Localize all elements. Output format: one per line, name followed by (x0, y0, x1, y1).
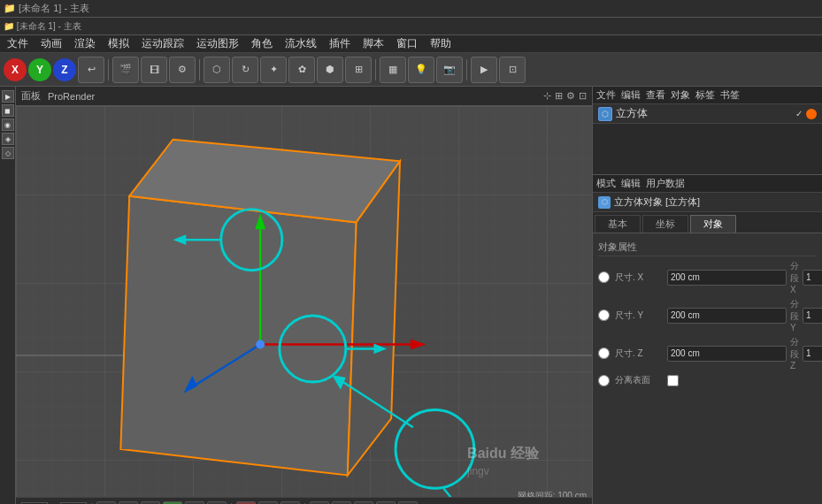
viewport-canvas[interactable]: 网格间距: 100 cm Baidu 经验 jingv (16, 106, 592, 504)
render3-btn[interactable]: ⊡ (499, 57, 526, 83)
field-radio-y[interactable] (598, 309, 610, 321)
move-tool[interactable]: ⬡ (204, 57, 230, 83)
object-icon: ⬡ (598, 107, 612, 121)
panel-view[interactable]: 查看 (646, 88, 665, 102)
field-input-size-z[interactable] (667, 346, 787, 362)
tool4[interactable]: ✿ (288, 57, 315, 83)
field-row-size-y: 尺寸. Y 分段 Y (598, 298, 817, 332)
panel-edit[interactable]: 编辑 (621, 88, 641, 102)
scale-tool[interactable]: ✦ (260, 57, 287, 83)
props-edit[interactable]: 编辑 (621, 177, 641, 190)
viewport[interactable]: 面板 ProRender ⊹ ⊞ ⚙ ⊡ (16, 87, 592, 504)
viewport-icon-zoom[interactable]: ⊞ (555, 90, 563, 102)
svg-marker-9 (411, 340, 426, 350)
viewport-renderer-label[interactable]: ProRender (48, 91, 95, 102)
axis-y-button[interactable]: Y (28, 58, 51, 81)
object-manager: 文件 编辑 查看 对象 标签 书签 ⬡ 立方体 ✓ (593, 87, 822, 175)
field-section-title: 对象属性 (598, 239, 817, 256)
menu-bar: 📁 [未命名 1] - 主表 (0, 0, 822, 18)
next-frame-btn[interactable]: ⏩ (185, 501, 204, 505)
viewport-header: 面板 ProRender ⊹ ⊞ ⚙ ⊡ (16, 87, 592, 106)
menu-help[interactable]: 帮助 (426, 36, 455, 51)
field-checkbox-separate[interactable] (667, 375, 679, 386)
viewport-icon-move[interactable]: ⊹ (543, 90, 551, 102)
panel-object[interactable]: 对象 (671, 88, 690, 102)
mode-btn-3[interactable]: ◉ (2, 118, 14, 131)
viewport-panel-label[interactable]: 面板 (21, 89, 41, 103)
snap-btn[interactable]: ⊹ (310, 501, 329, 505)
rotate-tool[interactable]: ↻ (232, 57, 258, 83)
props-mode[interactable]: 模式 (596, 177, 616, 190)
window-title: 📁 [未命名 1] - 主表 (4, 20, 81, 33)
panel-bookmark[interactable]: 书签 (720, 88, 740, 102)
field-row-separate: 分离表面 (598, 374, 817, 386)
menu-pipeline[interactable]: 流水线 (281, 36, 320, 51)
axis-z-button[interactable]: Z (53, 58, 76, 81)
field-input-seg-x[interactable] (803, 270, 822, 286)
render-all-button[interactable]: 🎞 (141, 57, 167, 83)
play-rev-btn[interactable]: ◀ (141, 501, 160, 505)
viewport-icon-settings[interactable]: ⚙ (566, 90, 575, 102)
field-radio-x[interactable] (598, 271, 610, 283)
grid-btn[interactable]: ▦ (380, 57, 406, 83)
help-btn[interactable]: ? (280, 501, 300, 505)
go-end-btn[interactable]: ⏭ (207, 501, 227, 505)
main-layout: ▶ ◼ ◉ ◈ ◇ 面板 ProRender ⊹ ⊞ ⚙ ⊡ (0, 87, 822, 504)
field-label-size-x: 尺寸. X (615, 271, 664, 284)
field-radio-z[interactable] (598, 347, 610, 359)
menu-motion-shape[interactable]: 运动图形 (193, 36, 242, 51)
tab-object[interactable]: 对象 (690, 215, 736, 233)
menu-animate[interactable]: 动画 (37, 36, 65, 51)
mode-btn-2[interactable]: ◼ (2, 104, 14, 117)
field-row-size-x: 尺寸. X 分段 X (598, 260, 817, 294)
tab-coord[interactable]: 坐标 (642, 215, 688, 233)
snap4-btn[interactable]: P (376, 501, 396, 505)
play-btn[interactable]: ▶ (163, 501, 182, 505)
tool5[interactable]: ⬢ (317, 57, 343, 83)
app-title: 📁 [未命名 1] - 主表 (4, 2, 89, 15)
menu-plugin[interactable]: 插件 (326, 36, 354, 51)
obj-checkmark[interactable]: ✓ (795, 109, 803, 118)
field-input-size-y[interactable] (667, 308, 787, 324)
tab-basic[interactable]: 基本 (595, 215, 641, 233)
auto-key-btn[interactable]: ⏹ (258, 501, 278, 505)
undo-button[interactable]: ↩ (78, 57, 104, 83)
field-label-size-y: 尺寸. Y (615, 309, 664, 322)
panel-tag[interactable]: 标签 (695, 88, 715, 102)
props-userdata[interactable]: 用户数据 (646, 177, 685, 190)
panel-file[interactable]: 文件 (596, 88, 616, 102)
field-input-seg-y[interactable] (803, 308, 822, 324)
render-button[interactable]: 🎬 (112, 57, 139, 83)
menu-render[interactable]: 渲染 (71, 36, 99, 51)
menu-character[interactable]: 角色 (248, 36, 276, 51)
field-label-separate: 分离表面 (615, 374, 664, 386)
field-input-seg-z[interactable] (803, 346, 822, 362)
render-settings-button[interactable]: ⚙ (169, 57, 196, 83)
prev-frame-btn[interactable]: ⏪ (119, 501, 138, 505)
snap3-btn[interactable]: ↻ (354, 501, 373, 505)
snap5-btn[interactable]: ⊡ (398, 501, 418, 505)
field-input-size-x[interactable] (667, 270, 787, 286)
viewport-icon-full[interactable]: ⊡ (579, 90, 587, 102)
render2-btn[interactable]: ▶ (471, 57, 497, 83)
mode-btn-4[interactable]: ◈ (2, 133, 14, 145)
snap2-btn[interactable]: ⊞ (332, 501, 351, 505)
mode-btn-5[interactable]: ◇ (2, 147, 14, 159)
menu-motion-track[interactable]: 运动跟踪 (138, 36, 188, 51)
light-btn[interactable]: 💡 (408, 57, 434, 83)
field-radio-sep[interactable] (598, 375, 610, 386)
record-btn[interactable]: ⏺ (236, 501, 256, 505)
object-name: 立方体 (616, 106, 648, 121)
obj-manager-item[interactable]: ⬡ 立方体 ✓ (593, 104, 822, 124)
field-row-size-z: 尺寸. Z 分段 Z (598, 336, 817, 370)
menu-window[interactable]: 窗口 (393, 36, 421, 51)
menu-simulate[interactable]: 模拟 (104, 36, 133, 51)
axis-x-button[interactable]: X (4, 58, 27, 81)
tool6[interactable]: ⊞ (345, 57, 372, 83)
menu-script[interactable]: 脚本 (359, 36, 388, 51)
obj-color-dot (806, 109, 817, 119)
menu-file[interactable]: 文件 (4, 36, 32, 51)
mode-btn-1[interactable]: ▶ (2, 90, 14, 103)
camera-btn[interactable]: 📷 (436, 57, 463, 83)
go-start-btn[interactable]: ⏮ (96, 501, 116, 505)
